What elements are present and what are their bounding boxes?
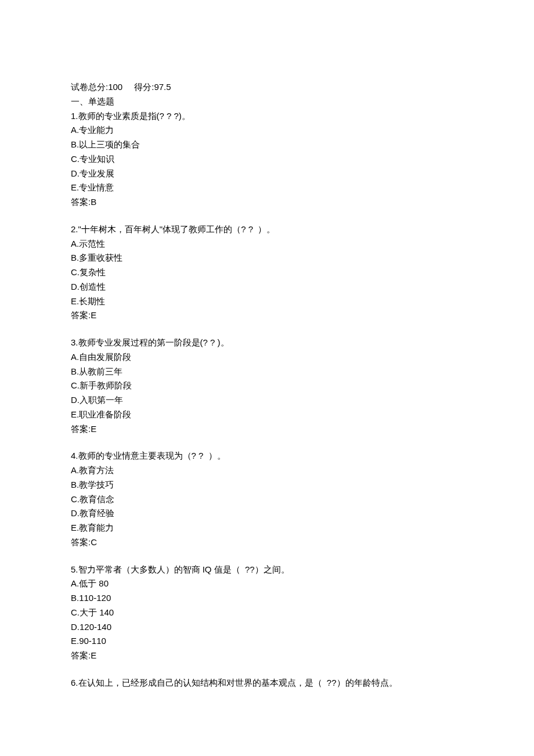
- score-label: 得分:: [134, 82, 154, 92]
- option: D.120-140: [71, 620, 463, 635]
- option: C.新手教师阶段: [71, 379, 463, 393]
- question-block: 3.教师专业发展过程的第一阶段是(? ? )。 A.自由发展阶段 B.从教前三年…: [71, 336, 463, 436]
- option: E.专业情意: [71, 181, 463, 195]
- option: A.示范性: [71, 237, 463, 251]
- question-block: 6.在认知上，已经形成自己的认知结构和对世界的基本观点，是（ ??）的年龄特点。: [71, 676, 463, 690]
- option: D.教育经验: [71, 506, 463, 521]
- option: E.职业准备阶段: [71, 408, 463, 422]
- option: A.自由发展阶段: [71, 350, 463, 365]
- option: B.从教前三年: [71, 365, 463, 379]
- option: E.教育能力: [71, 521, 463, 535]
- answer: 答案:E: [71, 308, 463, 323]
- header-block: 试卷总分:100得分:97.5 一、单选题 1.教师的专业素质是指(? ? ?)…: [71, 80, 463, 210]
- option: E.90-110: [71, 634, 463, 649]
- option: C.复杂性: [71, 265, 463, 280]
- total-label: 试卷总分:: [71, 82, 108, 92]
- section-title: 一、单选题: [71, 95, 463, 109]
- option: B.110-120: [71, 591, 463, 606]
- option: D.专业发展: [71, 167, 463, 181]
- option: B.以上三项的集合: [71, 138, 463, 152]
- question-stem: 5.智力平常者（大多数人）的智商 IQ 值是（ ??）之间。: [71, 563, 463, 577]
- option: B.教学技巧: [71, 478, 463, 492]
- question-stem: 6.在认知上，已经形成自己的认知结构和对世界的基本观点，是（ ??）的年龄特点。: [71, 676, 463, 690]
- answer: 答案:E: [71, 422, 463, 437]
- option: D.入职第一年: [71, 393, 463, 408]
- question-stem: 1.教师的专业素质是指(? ? ?)。: [71, 109, 463, 124]
- answer: 答案:E: [71, 649, 463, 663]
- question-stem: 2."十年树木，百年树人"体现了教师工作的（? ? ）。: [71, 222, 463, 237]
- score-line: 试卷总分:100得分:97.5: [71, 80, 463, 95]
- option: C.专业知识: [71, 152, 463, 167]
- option: A.教育方法: [71, 463, 463, 478]
- answer: 答案:B: [71, 195, 463, 210]
- score-value: 97.5: [154, 82, 171, 92]
- exam-document: 试卷总分:100得分:97.5 一、单选题 1.教师的专业素质是指(? ? ?)…: [0, 0, 534, 756]
- question-block: 5.智力平常者（大多数人）的智商 IQ 值是（ ??）之间。 A.低于 80 B…: [71, 563, 463, 663]
- option: D.创造性: [71, 280, 463, 294]
- option: B.多重收获性: [71, 251, 463, 265]
- option: E.长期性: [71, 294, 463, 309]
- question-block: 2."十年树木，百年树人"体现了教师工作的（? ? ）。 A.示范性 B.多重收…: [71, 222, 463, 323]
- total-value: 100: [108, 82, 122, 92]
- question-stem: 3.教师专业发展过程的第一阶段是(? ? )。: [71, 336, 463, 350]
- option: C.教育信念: [71, 492, 463, 507]
- option: C.大于 140: [71, 606, 463, 620]
- answer: 答案:C: [71, 535, 463, 550]
- question-block: 4.教师的专业情意主要表现为（? ? ）。 A.教育方法 B.教学技巧 C.教育…: [71, 449, 463, 549]
- option: A.低于 80: [71, 577, 463, 591]
- option: A.专业能力: [71, 123, 463, 138]
- question-stem: 4.教师的专业情意主要表现为（? ? ）。: [71, 449, 463, 463]
